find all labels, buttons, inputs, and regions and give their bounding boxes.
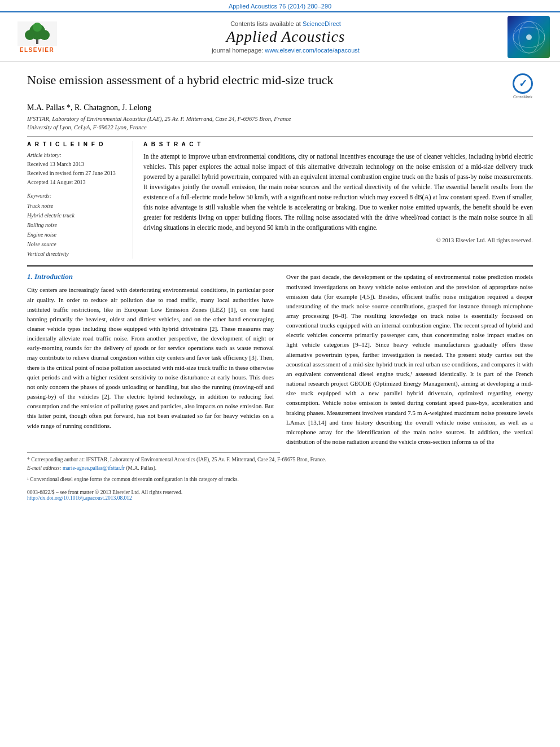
issn-line: 0003-6822/$ – see front matter © 2013 El… bbox=[27, 490, 182, 495]
abstract-label: A B S T R A C T bbox=[143, 141, 533, 147]
article-info-column: A R T I C L E I N F O Article history: R… bbox=[27, 141, 133, 259]
keyword-truck-noise: Truck noise bbox=[27, 201, 125, 211]
keywords-label: Keywords: bbox=[27, 193, 125, 199]
top-bar: Applied Acoustics 76 (2014) 280–290 bbox=[0, 0, 560, 11]
elsevier-tree-icon bbox=[18, 21, 57, 46]
article-title: Noise emission assessment of a hybrid el… bbox=[27, 72, 505, 89]
elsevier-text: ELSEVIER bbox=[20, 47, 54, 53]
journal-logo-right bbox=[508, 16, 550, 58]
abstract-text: In the attempt to improve urban environm… bbox=[143, 152, 533, 233]
footnote-1: ¹ Conventional diesel engine forms the c… bbox=[27, 475, 533, 484]
crossmark-icon: ✓ bbox=[513, 73, 533, 94]
intro-section-title: 1. Introduction bbox=[27, 272, 274, 281]
revised-date: Received in revised form 27 June 2013 bbox=[27, 169, 125, 178]
copyright-line: © 2013 Elsevier Ltd. All rights reserved… bbox=[143, 237, 533, 243]
keyword-rolling: Rolling noise bbox=[27, 220, 125, 230]
body-right-column: Over the past decade, the development or… bbox=[286, 272, 533, 447]
svg-point-9 bbox=[526, 34, 532, 40]
crossmark-label: CrossMark bbox=[513, 95, 532, 99]
keyword-noise-source: Noise source bbox=[27, 239, 125, 249]
keyword-engine: Engine noise bbox=[27, 230, 125, 239]
authors-line: M.A. Pallas *, R. Chatagnon, J. Lelong bbox=[27, 103, 533, 112]
journal-citation: Applied Acoustics 76 (2014) 280–290 bbox=[229, 3, 331, 10]
star-footnote: * Corresponding author at: IFSTTAR, Labo… bbox=[27, 456, 533, 464]
article-info-label: A R T I C L E I N F O bbox=[27, 141, 125, 147]
homepage-url[interactable]: www.elsevier.com/locate/apacoust bbox=[265, 47, 360, 54]
abstract-column: A B S T R A C T In the attempt to improv… bbox=[143, 141, 533, 259]
doi-line[interactable]: http://dx.doi.org/10.1016/j.apacoust.201… bbox=[27, 495, 533, 501]
colorful-logo-icon bbox=[512, 20, 546, 54]
journal-name: Applied Acoustics bbox=[69, 29, 502, 46]
contents-available: Contents lists available at ScienceDirec… bbox=[69, 20, 502, 27]
body-columns: 1. Introduction City centers are increas… bbox=[27, 272, 533, 447]
intro-paragraph-right: Over the past decade, the development or… bbox=[286, 272, 533, 447]
body-divider bbox=[27, 265, 533, 267]
journal-header-center: Contents lists available at ScienceDirec… bbox=[64, 20, 508, 54]
email-footnote: E-mail address: marie-agnes.pallas@ifstt… bbox=[27, 464, 533, 473]
keyword-hybrid: Hybrid electric truck bbox=[27, 211, 125, 220]
received-date: Received 13 March 2013 bbox=[27, 160, 125, 169]
email-link[interactable]: marie-agnes.pallas@ifsttar.fr bbox=[63, 465, 125, 471]
svg-point-5 bbox=[33, 23, 42, 32]
main-content: Noise emission assessment of a hybrid el… bbox=[0, 62, 560, 506]
article-info-abstract: A R T I C L E I N F O Article history: R… bbox=[27, 141, 533, 259]
article-divider bbox=[27, 136, 533, 137]
crossmark-badge[interactable]: ✓ CrossMark bbox=[513, 73, 533, 99]
journal-header: ELSEVIER Contents lists available at Sci… bbox=[0, 11, 560, 62]
elsevier-logo: ELSEVIER bbox=[10, 21, 64, 53]
keyword-directivity: Vertical directivity bbox=[27, 249, 125, 259]
journal-homepage: journal homepage: www.elsevier.com/locat… bbox=[69, 47, 502, 54]
svg-point-4 bbox=[40, 30, 50, 40]
affiliation-2: University of Lyon, CeLyA, F-69622 Lyon,… bbox=[27, 124, 533, 132]
history-label: Article history: bbox=[27, 152, 125, 158]
affiliation-1: IFSTTAR, Laboratory of Environmental Aco… bbox=[27, 115, 533, 124]
body-left-column: 1. Introduction City centers are increas… bbox=[27, 272, 274, 447]
authors-text: M.A. Pallas *, R. Chatagnon, J. Lelong bbox=[27, 103, 151, 112]
footnotes-area: * Corresponding author at: IFSTTAR, Labo… bbox=[27, 456, 533, 484]
intro-paragraph-1: City centers are increasingly faced with… bbox=[27, 285, 274, 430]
bottom-bar: 0003-6822/$ – see front matter © 2013 El… bbox=[27, 490, 533, 495]
accepted-date: Accepted 14 August 2013 bbox=[27, 178, 125, 187]
svg-point-3 bbox=[25, 30, 35, 40]
science-direct-link[interactable]: ScienceDirect bbox=[303, 20, 341, 27]
footnote-divider bbox=[27, 452, 280, 453]
